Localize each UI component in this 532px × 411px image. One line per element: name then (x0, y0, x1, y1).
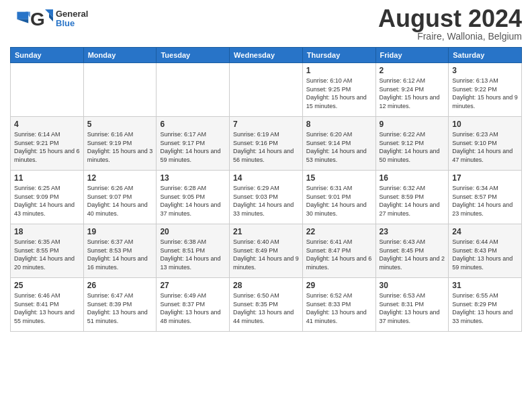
calendar-cell: 25Sunrise: 6:46 AMSunset: 8:41 PMDayligh… (11, 278, 84, 332)
calendar-cell: 29Sunrise: 6:52 AMSunset: 8:33 PMDayligh… (302, 278, 375, 332)
calendar-cell: 16Sunrise: 6:32 AMSunset: 8:59 PMDayligh… (375, 171, 449, 224)
day-number: 19 (87, 227, 153, 236)
header-wednesday: Wednesday (230, 48, 303, 63)
day-info: Sunrise: 6:41 AMSunset: 8:47 PMDaylight:… (306, 238, 372, 271)
calendar-cell: 14Sunrise: 6:29 AMSunset: 9:03 PMDayligh… (230, 171, 303, 224)
day-info: Sunrise: 6:19 AMSunset: 9:16 PMDaylight:… (233, 130, 299, 164)
calendar-table: Sunday Monday Tuesday Wednesday Thursday… (10, 47, 522, 332)
day-number: 22 (306, 227, 372, 236)
day-number: 3 (452, 66, 518, 75)
calendar-cell (157, 63, 230, 117)
day-info: Sunrise: 6:35 AMSunset: 8:55 PMDaylight:… (14, 238, 80, 271)
day-number: 31 (452, 281, 518, 290)
day-info: Sunrise: 6:14 AMSunset: 9:21 PMDaylight:… (14, 130, 80, 164)
location-subtitle: Fraire, Wallonia, Belgium (378, 31, 522, 42)
calendar-week-4: 18Sunrise: 6:35 AMSunset: 8:55 PMDayligh… (11, 224, 522, 278)
day-info: Sunrise: 6:53 AMSunset: 8:31 PMDaylight:… (380, 291, 445, 325)
calendar-cell: 26Sunrise: 6:47 AMSunset: 8:39 PMDayligh… (83, 278, 157, 332)
calendar-cell: 24Sunrise: 6:44 AMSunset: 8:43 PMDayligh… (449, 224, 522, 278)
calendar-cell: 4Sunrise: 6:14 AMSunset: 9:21 PMDaylight… (11, 117, 84, 171)
day-number: 7 (233, 120, 299, 129)
day-number: 2 (380, 66, 445, 75)
logo-bird-icon: G (30, 7, 54, 31)
day-info: Sunrise: 6:10 AMSunset: 9:25 PMDaylight:… (306, 77, 372, 110)
logo-general-text: General (56, 9, 88, 19)
day-info: Sunrise: 6:28 AMSunset: 9:05 PMDaylight:… (160, 184, 226, 218)
day-number: 26 (87, 281, 153, 290)
day-number: 23 (380, 227, 445, 236)
day-info: Sunrise: 6:38 AMSunset: 8:51 PMDaylight:… (160, 238, 226, 271)
day-info: Sunrise: 6:23 AMSunset: 9:10 PMDaylight:… (452, 130, 518, 164)
day-number: 21 (233, 227, 299, 236)
calendar-cell: 17Sunrise: 6:34 AMSunset: 8:57 PMDayligh… (449, 171, 522, 224)
day-number: 14 (233, 173, 299, 183)
title-area: August 2024 Fraire, Wallonia, Belgium (378, 7, 522, 42)
day-number: 5 (87, 120, 153, 129)
calendar-cell: 11Sunrise: 6:25 AMSunset: 9:09 PMDayligh… (11, 171, 84, 224)
day-number: 6 (160, 120, 226, 129)
calendar-cell: 19Sunrise: 6:37 AMSunset: 8:53 PMDayligh… (83, 224, 157, 278)
header-saturday: Saturday (449, 48, 522, 63)
header-tuesday: Tuesday (157, 48, 230, 63)
day-info: Sunrise: 6:40 AMSunset: 8:49 PMDaylight:… (233, 238, 299, 271)
calendar-cell: 2Sunrise: 6:12 AMSunset: 9:24 PMDaylight… (375, 63, 449, 117)
logo-blue-text: Blue (56, 19, 88, 28)
calendar-header-row: Sunday Monday Tuesday Wednesday Thursday… (11, 48, 522, 63)
calendar-cell: 8Sunrise: 6:20 AMSunset: 9:14 PMDaylight… (302, 117, 375, 171)
day-info: Sunrise: 6:20 AMSunset: 9:14 PMDaylight:… (306, 130, 372, 164)
day-info: Sunrise: 6:12 AMSunset: 9:24 PMDaylight:… (380, 77, 445, 110)
day-info: Sunrise: 6:29 AMSunset: 9:03 PMDaylight:… (233, 184, 299, 218)
day-info: Sunrise: 6:25 AMSunset: 9:09 PMDaylight:… (14, 184, 80, 218)
day-number: 18 (14, 227, 80, 236)
calendar-cell (11, 63, 84, 117)
day-number: 20 (160, 227, 226, 236)
header: G General Blue August 2024 Fraire, Wallo… (10, 7, 522, 42)
calendar-cell: 21Sunrise: 6:40 AMSunset: 8:49 PMDayligh… (230, 224, 303, 278)
calendar-week-2: 4Sunrise: 6:14 AMSunset: 9:21 PMDaylight… (11, 117, 522, 171)
day-number: 11 (14, 173, 80, 183)
page: G General Blue August 2024 Fraire, Wallo… (0, 0, 532, 411)
calendar-cell: 5Sunrise: 6:16 AMSunset: 9:19 PMDaylight… (83, 117, 157, 171)
day-info: Sunrise: 6:49 AMSunset: 8:37 PMDaylight:… (160, 291, 226, 325)
day-info: Sunrise: 6:44 AMSunset: 8:43 PMDaylight:… (452, 238, 518, 271)
day-info: Sunrise: 6:37 AMSunset: 8:53 PMDaylight:… (87, 238, 153, 271)
calendar-week-3: 11Sunrise: 6:25 AMSunset: 9:09 PMDayligh… (11, 171, 522, 224)
day-number: 8 (306, 120, 372, 129)
header-sunday: Sunday (11, 48, 84, 63)
day-number: 10 (452, 120, 518, 129)
calendar-cell: 31Sunrise: 6:55 AMSunset: 8:29 PMDayligh… (449, 278, 522, 332)
calendar-cell (83, 63, 157, 117)
day-number: 24 (452, 227, 518, 236)
day-info: Sunrise: 6:46 AMSunset: 8:41 PMDaylight:… (14, 291, 80, 325)
calendar-cell: 23Sunrise: 6:43 AMSunset: 8:45 PMDayligh… (375, 224, 449, 278)
day-number: 13 (160, 173, 226, 183)
calendar-cell: 20Sunrise: 6:38 AMSunset: 8:51 PMDayligh… (157, 224, 230, 278)
logo: G General Blue (10, 7, 88, 31)
calendar-cell: 27Sunrise: 6:49 AMSunset: 8:37 PMDayligh… (157, 278, 230, 332)
day-number: 25 (14, 281, 80, 290)
calendar-cell: 30Sunrise: 6:53 AMSunset: 8:31 PMDayligh… (375, 278, 449, 332)
calendar-cell: 1Sunrise: 6:10 AMSunset: 9:25 PMDaylight… (302, 63, 375, 117)
day-info: Sunrise: 6:17 AMSunset: 9:17 PMDaylight:… (160, 130, 226, 164)
logo-text: G General Blue (30, 7, 88, 31)
day-number: 9 (380, 120, 445, 129)
day-info: Sunrise: 6:22 AMSunset: 9:12 PMDaylight:… (380, 130, 445, 164)
calendar-cell: 18Sunrise: 6:35 AMSunset: 8:55 PMDayligh… (11, 224, 84, 278)
calendar-cell: 3Sunrise: 6:13 AMSunset: 9:22 PMDaylight… (449, 63, 522, 117)
day-info: Sunrise: 6:31 AMSunset: 9:01 PMDaylight:… (306, 184, 372, 218)
month-title: August 2024 (378, 7, 522, 31)
day-number: 1 (306, 66, 372, 75)
calendar-cell: 12Sunrise: 6:26 AMSunset: 9:07 PMDayligh… (83, 171, 157, 224)
day-info: Sunrise: 6:47 AMSunset: 8:39 PMDaylight:… (87, 291, 153, 325)
day-number: 4 (14, 120, 80, 129)
calendar-cell: 15Sunrise: 6:31 AMSunset: 9:01 PMDayligh… (302, 171, 375, 224)
day-number: 27 (160, 281, 226, 290)
day-number: 15 (306, 173, 372, 183)
day-number: 30 (380, 281, 445, 290)
day-info: Sunrise: 6:52 AMSunset: 8:33 PMDaylight:… (306, 291, 372, 325)
day-info: Sunrise: 6:26 AMSunset: 9:07 PMDaylight:… (87, 184, 153, 218)
header-friday: Friday (375, 48, 449, 63)
svg-text:G: G (30, 9, 45, 30)
calendar-cell: 10Sunrise: 6:23 AMSunset: 9:10 PMDayligh… (449, 117, 522, 171)
day-info: Sunrise: 6:34 AMSunset: 8:57 PMDaylight:… (452, 184, 518, 218)
